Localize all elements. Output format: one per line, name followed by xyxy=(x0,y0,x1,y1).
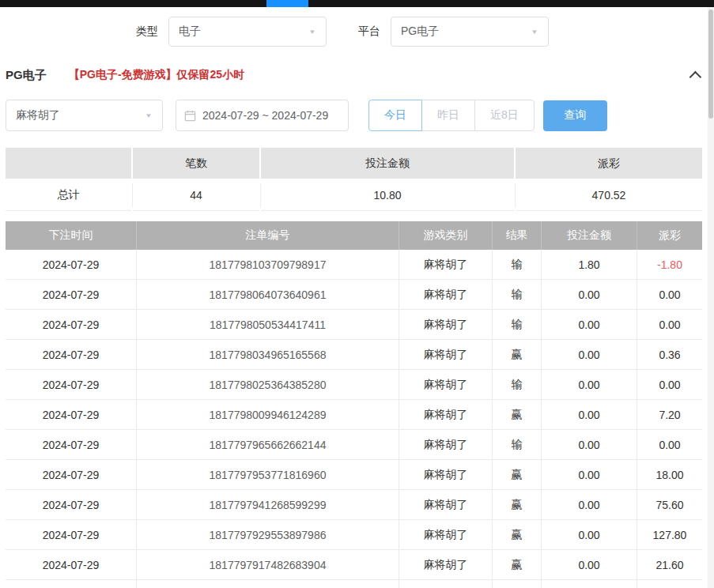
header-game-type: 游戏类别 xyxy=(399,221,493,250)
cell-game: 麻将胡了 xyxy=(399,430,493,460)
summary-count-value: 44 xyxy=(133,180,259,211)
summary-header-count: 笔数 xyxy=(133,148,259,179)
table-row: 2024-07-29麻将胡了 xyxy=(6,580,702,588)
cell-payout: 7.20 xyxy=(637,400,702,430)
section-header: PG电子 【PG电子-免费游戏】仅保留25小时 xyxy=(6,66,701,84)
cell-bet: 0.00 xyxy=(542,310,637,340)
type-label: 类型 xyxy=(136,24,158,39)
cell-payout: 127.80 xyxy=(637,520,702,550)
table-row: 2024-07-291817798034965165568麻将胡了赢0.000.… xyxy=(6,340,702,370)
cell-order: 1817798103709798917 xyxy=(137,250,399,280)
platform-select[interactable]: PG电子 ▼ xyxy=(391,17,549,47)
table-row: 2024-07-291817798064073640961麻将胡了输0.000.… xyxy=(6,280,702,310)
quick-range-group: 今日昨日近8日 xyxy=(368,100,535,131)
cell-payout: 0.00 xyxy=(637,310,702,340)
table-row: 2024-07-291817798025364385280麻将胡了输0.000.… xyxy=(6,370,702,400)
cell-date: 2024-07-29 xyxy=(6,400,137,430)
cell-game: 麻将胡了 xyxy=(399,250,493,280)
chevron-down-icon: ▼ xyxy=(531,28,538,36)
summary-total-label: 总计 xyxy=(6,180,131,211)
scrollbar-track[interactable] xyxy=(708,7,714,588)
cell-date: 2024-07-29 xyxy=(6,520,137,550)
cell-bet: 1.80 xyxy=(542,250,637,280)
bet-table: 下注时间 注单编号 游戏类别 结果 投注金额 派彩 2024-07-291817… xyxy=(6,221,702,588)
header-bet-time: 下注时间 xyxy=(6,221,137,250)
cell-payout: 75.60 xyxy=(637,490,702,520)
chevron-down-icon: ▼ xyxy=(145,112,153,119)
header-result: 结果 xyxy=(493,221,542,250)
scrollbar-thumb[interactable] xyxy=(708,9,713,119)
date-range-value: 2024-07-29 ~ 2024-07-29 xyxy=(202,109,328,122)
cell-payout: 0.00 xyxy=(637,430,702,460)
table-row: 2024-07-291817798009946124289麻将胡了赢0.007.… xyxy=(6,400,702,430)
cell-bet xyxy=(542,580,637,588)
cell-date: 2024-07-29 xyxy=(6,580,137,588)
cell-bet: 0.00 xyxy=(542,280,637,310)
cell-payout: 0.00 xyxy=(637,280,702,310)
platform-select-value: PG电子 xyxy=(401,24,439,39)
quick-range-button[interactable]: 今日 xyxy=(368,100,422,131)
type-select[interactable]: 电子 ▼ xyxy=(168,17,327,47)
type-select-value: 电子 xyxy=(179,24,201,39)
cell-order: 1817798034965165568 xyxy=(137,340,399,370)
summary-bet-value: 10.80 xyxy=(261,180,514,211)
cell-game: 麻将胡了 xyxy=(399,460,493,490)
cell-result: 输 xyxy=(493,370,542,400)
cell-game: 麻将胡了 xyxy=(399,580,493,588)
quick-range-button[interactable]: 昨日 xyxy=(421,100,475,131)
cell-payout: 0.00 xyxy=(637,370,702,400)
cell-result: 赢 xyxy=(493,460,542,490)
date-range-input[interactable]: 2024-07-29 ~ 2024-07-29 xyxy=(176,100,349,131)
table-row: 2024-07-291817797929553897986麻将胡了赢0.0012… xyxy=(6,520,702,550)
search-button[interactable]: 查询 xyxy=(543,100,607,131)
cell-payout: -1.80 xyxy=(637,250,702,280)
cell-game: 麻将胡了 xyxy=(399,520,493,550)
summary-table: 笔数 投注金额 派彩 总计 44 10.80 470.52 xyxy=(6,148,702,211)
cell-game: 麻将胡了 xyxy=(399,340,493,370)
cell-date: 2024-07-29 xyxy=(6,550,137,580)
cell-game: 麻将胡了 xyxy=(399,280,493,310)
browser-top-strip xyxy=(0,0,714,7)
cell-date: 2024-07-29 xyxy=(6,370,137,400)
cell-payout: 21.60 xyxy=(637,550,702,580)
cell-date: 2024-07-29 xyxy=(6,430,137,460)
cell-result: 赢 xyxy=(493,340,542,370)
query-row: 麻将胡了 ▼ 2024-07-29 ~ 2024-07-29 今日昨日近8日 查… xyxy=(6,99,702,132)
cell-date: 2024-07-29 xyxy=(6,280,137,310)
quick-range-button[interactable]: 近8日 xyxy=(474,100,535,131)
header-payout: 派彩 xyxy=(637,221,702,250)
cell-date: 2024-07-29 xyxy=(6,250,137,280)
cell-order: 1817798025364385280 xyxy=(137,370,399,400)
top-filter-row: 类型 电子 ▼ 平台 PG电子 ▼ xyxy=(136,16,696,47)
table-row: 2024-07-291817797917482683904麻将胡了赢0.0021… xyxy=(6,550,702,580)
cell-game: 麻将胡了 xyxy=(399,310,493,340)
cell-bet: 0.00 xyxy=(542,400,637,430)
cell-payout xyxy=(637,580,702,588)
cell-result xyxy=(493,580,542,588)
cell-result: 输 xyxy=(493,250,542,280)
cell-order: 1817797953771816960 xyxy=(137,460,399,490)
calendar-icon xyxy=(184,110,196,122)
cell-bet: 0.00 xyxy=(542,550,637,580)
cell-date: 2024-07-29 xyxy=(6,310,137,340)
summary-header-bet: 投注金额 xyxy=(261,148,514,179)
bet-table-body: 2024-07-291817798103709798917麻将胡了输1.80-1… xyxy=(6,250,702,588)
table-row: 2024-07-291817797953771816960麻将胡了赢0.0018… xyxy=(6,460,702,490)
active-tab-accent xyxy=(266,0,308,7)
summary-payout-value: 470.52 xyxy=(516,180,702,211)
cell-order: 1817797929553897986 xyxy=(137,520,399,550)
cell-bet: 0.00 xyxy=(542,430,637,460)
table-row: 2024-07-291817798050534417411麻将胡了输0.000.… xyxy=(6,310,702,340)
collapse-chevron-up-icon[interactable] xyxy=(689,70,702,83)
table-row: 2024-07-291817797941268599299麻将胡了赢0.0075… xyxy=(6,490,702,520)
cell-result: 赢 xyxy=(493,400,542,430)
game-select[interactable]: 麻将胡了 ▼ xyxy=(6,100,163,131)
table-row: 2024-07-291817797965662662144麻将胡了输0.000.… xyxy=(6,430,702,460)
cell-bet: 0.00 xyxy=(542,370,637,400)
cell-bet: 0.00 xyxy=(542,520,637,550)
cell-order: 1817797941268599299 xyxy=(137,490,399,520)
header-order-id: 注单编号 xyxy=(137,221,399,250)
cell-result: 输 xyxy=(493,430,542,460)
platform-label: 平台 xyxy=(358,24,380,39)
section-notice: 【PG电子-免费游戏】仅保留25小时 xyxy=(69,68,244,82)
